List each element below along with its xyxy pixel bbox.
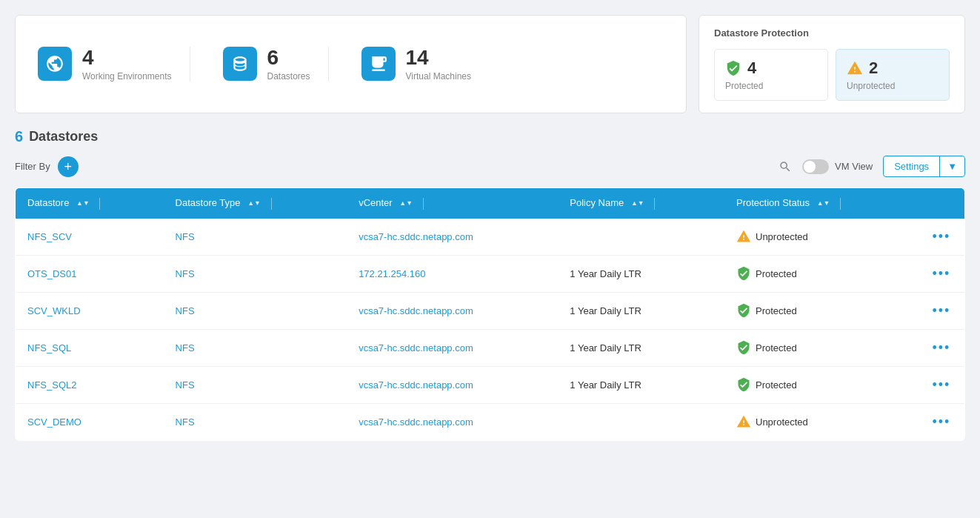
cell-vcenter: vcsa7-hc.sddc.netapp.com: [347, 403, 558, 440]
datastore-link[interactable]: OTS_DS01: [27, 268, 76, 279]
cell-type: NFS: [164, 255, 347, 292]
type-link[interactable]: NFS: [176, 342, 195, 353]
sort-status[interactable]: ▲▼: [817, 200, 830, 207]
col-vcenter: vCenter ▲▼: [347, 188, 558, 219]
sort-policy[interactable]: ▲▼: [631, 200, 644, 207]
section-count: 6: [15, 128, 23, 145]
type-link[interactable]: NFS: [176, 268, 195, 279]
col-datastore-type: Datastore Type ▲▼: [164, 188, 347, 219]
protected-icon: [725, 60, 741, 76]
vm-view-switch[interactable]: [802, 159, 829, 174]
cell-policy: 1 Year Daily LTR: [558, 366, 724, 403]
cell-status: Protected: [724, 366, 921, 403]
protection-card-title: Datastore Protection: [714, 27, 950, 39]
vms-label: Virtual Machines: [406, 71, 472, 82]
col-policy: Policy Name ▲▼: [558, 188, 724, 219]
working-environments-stat: 4 Working Environments: [38, 47, 190, 82]
cell-actions: •••: [921, 329, 965, 366]
section-title: Datastores: [29, 129, 98, 145]
status-text: Protected: [756, 342, 797, 353]
vcenter-link[interactable]: vcsa7-hc.sddc.netapp.com: [359, 379, 473, 391]
cell-status: Protected: [724, 329, 921, 366]
row-actions-button[interactable]: •••: [933, 229, 951, 245]
stats-card: 4 Working Environments 6 Datastores: [15, 15, 687, 113]
datastore-link[interactable]: SCV_WKLD: [27, 305, 81, 316]
cell-datastore: NFS_SQL2: [16, 366, 164, 403]
row-actions-button[interactable]: •••: [933, 266, 951, 282]
unprotected-icon: [847, 60, 863, 76]
vcenter-link[interactable]: vcsa7-hc.sddc.netapp.com: [359, 231, 473, 242]
vms-icon: [361, 47, 396, 81]
cell-vcenter: vcsa7-hc.sddc.netapp.com: [347, 329, 558, 366]
cell-type: NFS: [164, 292, 347, 329]
sort-vcenter[interactable]: ▲▼: [399, 200, 413, 207]
type-link[interactable]: NFS: [176, 416, 195, 428]
cell-vcenter: vcsa7-hc.sddc.netapp.com: [347, 366, 558, 403]
unprotected-label: Unprotected: [847, 81, 895, 91]
datastores-table: Datastore ▲▼ Datastore Type ▲▼ vCenter ▲…: [15, 187, 965, 441]
cell-actions: •••: [921, 219, 965, 256]
search-button[interactable]: [779, 160, 792, 173]
protected-count: 4: [747, 59, 756, 78]
cell-policy: 1 Year Daily LTR: [558, 255, 724, 292]
row-actions-button[interactable]: •••: [933, 414, 951, 430]
settings-button[interactable]: Settings ▼: [883, 156, 965, 177]
vcenter-link[interactable]: vcsa7-hc.sddc.netapp.com: [359, 416, 473, 428]
status-text: Unprotected: [756, 416, 808, 428]
protection-card: Datastore Protection 4 Protected: [699, 15, 965, 113]
protected-status-icon: [736, 377, 751, 392]
vms-count: 14: [406, 47, 472, 70]
col-datastore: Datastore ▲▼: [16, 188, 164, 219]
cell-type: NFS: [164, 329, 347, 366]
col-protection-status: Protection Status ▲▼: [724, 188, 921, 219]
cell-vcenter: vcsa7-hc.sddc.netapp.com: [347, 292, 558, 329]
vcenter-link[interactable]: vcsa7-hc.sddc.netapp.com: [359, 342, 473, 353]
cell-datastore: OTS_DS01: [16, 255, 164, 292]
cell-actions: •••: [921, 366, 965, 403]
protected-status-icon: [736, 266, 751, 281]
row-actions-button[interactable]: •••: [933, 377, 951, 393]
datastore-link[interactable]: NFS_SQL2: [27, 379, 76, 391]
unprotected-item: 2 Unprotected: [836, 49, 950, 101]
protected-status-icon: [736, 303, 751, 318]
status-text: Protected: [756, 268, 797, 279]
type-link[interactable]: NFS: [176, 379, 195, 391]
cell-actions: •••: [921, 292, 965, 329]
vm-view-toggle: VM View: [802, 159, 873, 174]
table-row: NFS_SQLNFSvcsa7-hc.sddc.netapp.com1 Year…: [16, 329, 965, 366]
datastore-link[interactable]: NFS_SCV: [27, 231, 72, 242]
cell-datastore: SCV_DEMO: [16, 403, 164, 440]
cell-status: Unprotected: [724, 219, 921, 256]
protected-status-icon: [736, 340, 751, 355]
filter-add-button[interactable]: +: [58, 156, 79, 177]
row-actions-button[interactable]: •••: [933, 340, 951, 356]
status-text: Protected: [756, 379, 797, 391]
type-link[interactable]: NFS: [176, 231, 195, 242]
status-text: Unprotected: [756, 231, 808, 242]
vcenter-link[interactable]: 172.21.254.160: [359, 268, 425, 279]
sort-type[interactable]: ▲▼: [247, 200, 261, 207]
filter-area: Filter By +: [15, 156, 79, 177]
vm-view-label: VM View: [835, 161, 873, 172]
settings-dropdown-icon[interactable]: ▼: [940, 156, 964, 176]
sort-datastore[interactable]: ▲▼: [76, 200, 90, 207]
row-actions-button[interactable]: •••: [933, 303, 951, 319]
unprotected-count: 2: [869, 59, 878, 78]
datastore-link[interactable]: NFS_SQL: [27, 342, 71, 353]
datastores-label: Datastores: [267, 71, 310, 82]
table-row: OTS_DS01NFS172.21.254.1601 Year Daily LT…: [16, 255, 965, 292]
section-header: 6 Datastores: [15, 128, 965, 145]
cell-actions: •••: [921, 255, 965, 292]
vms-stat: 14 Virtual Machines: [344, 47, 490, 82]
table-row: SCV_WKLDNFSvcsa7-hc.sddc.netapp.com1 Yea…: [16, 292, 965, 329]
cell-status: Protected: [724, 292, 921, 329]
type-link[interactable]: NFS: [176, 305, 195, 316]
datastores-stat: 6 Datastores: [205, 47, 329, 82]
cell-datastore: SCV_WKLD: [16, 292, 164, 329]
cell-type: NFS: [164, 403, 347, 440]
datastore-link[interactable]: SCV_DEMO: [27, 416, 81, 428]
protected-label: Protected: [725, 81, 763, 91]
vcenter-link[interactable]: vcsa7-hc.sddc.netapp.com: [359, 305, 473, 316]
protection-items: 4 Protected 2 Unprotected: [714, 49, 950, 101]
settings-label: Settings: [884, 156, 940, 176]
